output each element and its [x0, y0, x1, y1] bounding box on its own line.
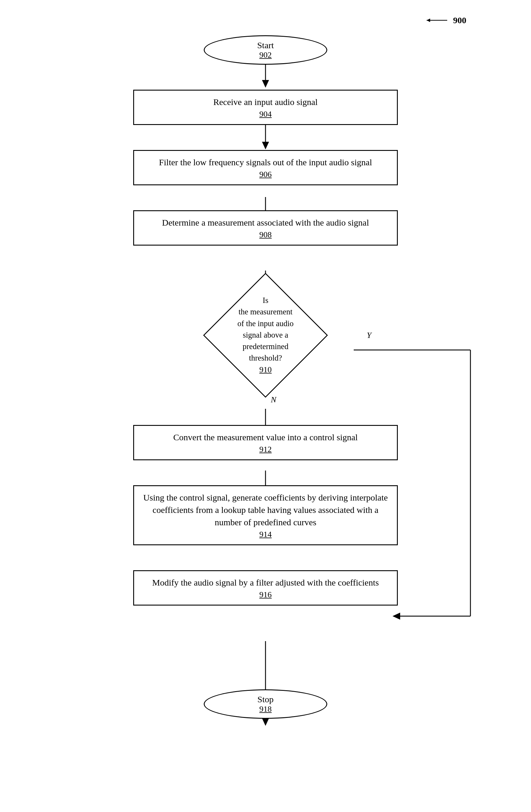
step-908-number: 908 — [259, 230, 272, 240]
start-ellipse: Start 902 — [204, 35, 327, 65]
step-906-number: 906 — [259, 170, 272, 179]
step-914-label: Using the control signal, generate coeff… — [141, 491, 390, 528]
stop-label: Stop — [257, 694, 274, 705]
diamond-line5: predetermined — [242, 342, 289, 351]
step-904-box: Receive an input audio signal 904 — [133, 90, 398, 125]
diamond-line2: the measurement — [238, 307, 293, 316]
diamond-910-text: Is the measurement of the input audio si… — [224, 295, 307, 376]
diamond-910-number: 910 — [259, 365, 272, 374]
diamond-line6: threshold? — [249, 353, 282, 362]
step-914-number: 914 — [259, 530, 272, 539]
start-number: 902 — [259, 50, 272, 60]
stop-ellipse: Stop 918 — [204, 690, 327, 719]
flowchart-diagram: 900 — [0, 0, 531, 812]
step-906-label: Filter the low frequency signals out of … — [159, 156, 372, 169]
diamond-line4: signal above a — [243, 331, 288, 339]
stop-number: 918 — [259, 705, 272, 714]
svg-marker-1 — [427, 18, 430, 22]
step-904-number: 904 — [259, 110, 272, 119]
yes-label: Y — [367, 331, 371, 340]
step-904-label: Receive an input audio signal — [213, 96, 318, 108]
step-908-label: Determine a measurement associated with … — [162, 216, 369, 229]
diamond-910-wrapper: Is the measurement of the input audio si… — [177, 271, 354, 400]
diamond-line1: Is — [263, 296, 268, 305]
flow-column: Start 902 Receive an input audio signal … — [121, 18, 410, 736]
ref-arrow: 900 — [427, 15, 466, 25]
diamond-line3: of the input audio — [237, 319, 293, 328]
step-912-number: 912 — [259, 445, 272, 454]
step-914-box: Using the control signal, generate coeff… — [133, 485, 398, 545]
step-916-box: Modify the audio signal by a filter adju… — [133, 570, 398, 606]
step-912-label: Convert the measurement value into a con… — [173, 431, 357, 444]
ref-number: 900 — [453, 15, 466, 25]
step-916-label: Modify the audio signal by a filter adju… — [152, 577, 379, 589]
step-908-box: Determine a measurement associated with … — [133, 210, 398, 246]
start-label: Start — [257, 40, 274, 50]
no-label: N — [271, 395, 276, 404]
step-906-box: Filter the low frequency signals out of … — [133, 150, 398, 185]
step-912-box: Convert the measurement value into a con… — [133, 425, 398, 460]
step-916-number: 916 — [259, 590, 272, 599]
